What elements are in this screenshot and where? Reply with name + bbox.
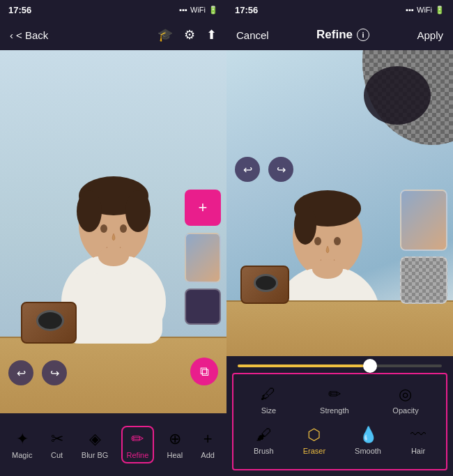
palette-row-2: 🖌 Brush ⬡ Eraser 💧 Smooth 〰 Hair xyxy=(239,423,440,458)
svg-point-10 xyxy=(364,66,431,125)
left-image-area: + xyxy=(0,50,227,413)
left-status-icons: ▪▪▪ WiFi 🔋 xyxy=(179,6,218,15)
left-panel: 17:56 ▪▪▪ WiFi 🔋 ‹ < Back 🎓 ⚙ ⬆ xyxy=(0,0,227,476)
refine-title-text: Refine xyxy=(316,28,353,42)
table-surface xyxy=(227,300,453,356)
apply-button[interactable]: Apply xyxy=(417,29,443,41)
hair-icon: 〰 xyxy=(410,426,426,444)
tool-palette: 🖊 Size ✏ Strength ◎ Opacity 🖌 Brush ⬡ Er… xyxy=(232,373,447,470)
right-layer-thumbnail-1[interactable] xyxy=(400,190,447,251)
cancel-button[interactable]: Cancel xyxy=(236,29,269,41)
magic-icon: ✦ xyxy=(16,430,29,448)
heal-icon: ⊕ xyxy=(169,430,181,448)
palette-eraser[interactable]: ⬡ Eraser xyxy=(298,423,331,458)
cut-icon: ✂ xyxy=(51,430,63,448)
hair-cutout xyxy=(362,64,432,127)
opacity-icon: ◎ xyxy=(399,385,412,404)
svg-point-6 xyxy=(100,224,107,233)
tool-heal[interactable]: ⊕ Heal xyxy=(162,426,189,463)
palette-hair[interactable]: 〰 Hair xyxy=(405,423,431,458)
layer-thumbnail-2[interactable] xyxy=(185,289,221,325)
blur-icon: ◈ xyxy=(89,430,101,448)
graduation-icon[interactable]: 🎓 xyxy=(158,27,173,43)
size-icon: 🖊 xyxy=(261,385,276,404)
right-redo-button[interactable]: ↪ xyxy=(268,157,293,182)
undo-redo-row: ↩ ↪ xyxy=(8,360,67,385)
left-bottom-toolbar: ✦ Magic ✂ Cut ◈ Blur BG ✏ Refine ⊕ Heal … xyxy=(0,413,227,476)
right-status-bar: 17:56 ▪▪▪ WiFi 🔋 xyxy=(227,0,453,20)
slider-container[interactable] xyxy=(227,356,453,367)
right-panel: 17:56 ▪▪▪ WiFi 🔋 Cancel Refine i Apply xyxy=(227,0,453,476)
top-bar-icons: 🎓 ⚙ ⬆ xyxy=(158,27,217,43)
palette-strength[interactable]: ✏ Strength xyxy=(314,383,355,417)
left-top-bar: ‹ < Back 🎓 ⚙ ⬆ xyxy=(0,20,227,50)
right-undo-redo-row: ↩ ↪ xyxy=(235,157,293,182)
eraser-icon: ⬡ xyxy=(307,426,321,444)
svg-point-4 xyxy=(77,190,102,232)
right-status-icons: ▪▪▪ WiFi 🔋 xyxy=(406,6,445,15)
svg-point-5 xyxy=(125,190,151,232)
left-status-bar: 17:56 ▪▪▪ WiFi 🔋 xyxy=(0,0,227,20)
svg-rect-1 xyxy=(65,274,162,344)
tool-magic[interactable]: ✦ Magic xyxy=(6,426,38,463)
slider-thumb[interactable] xyxy=(363,359,377,373)
redo-button[interactable]: ↪ xyxy=(42,360,67,385)
tool-blur-bg[interactable]: ◈ Blur BG xyxy=(76,426,114,463)
add-icon: + xyxy=(204,430,213,448)
tool-add[interactable]: + Add xyxy=(195,426,220,463)
svg-point-19 xyxy=(312,259,343,279)
palette-opacity[interactable]: ◎ Opacity xyxy=(387,383,424,417)
layers-button[interactable]: ⧉ xyxy=(190,358,218,385)
right-time: 17:56 xyxy=(235,5,258,15)
right-undo-button[interactable]: ↩ xyxy=(235,157,260,182)
add-layer-button[interactable]: + xyxy=(185,190,221,226)
tool-cut[interactable]: ✂ Cut xyxy=(45,426,69,463)
slider-track[interactable] xyxy=(238,364,442,367)
share-icon[interactable]: ⬆ xyxy=(206,27,217,43)
svg-point-9 xyxy=(98,247,129,266)
palette-size[interactable]: 🖊 Size xyxy=(255,383,282,417)
settings-icon[interactable]: ⚙ xyxy=(184,27,195,43)
undo-button[interactable]: ↩ xyxy=(8,360,33,385)
svg-point-16 xyxy=(314,237,321,245)
svg-point-15 xyxy=(294,206,316,245)
tool-refine[interactable]: ✏ Refine xyxy=(121,426,155,463)
svg-point-17 xyxy=(334,237,341,245)
svg-point-7 xyxy=(120,224,127,233)
palette-smooth[interactable]: 💧 Smooth xyxy=(349,423,387,458)
right-top-bar: Cancel Refine i Apply xyxy=(227,20,453,50)
slider-fill xyxy=(238,364,370,367)
refine-icon: ✏ xyxy=(131,430,144,448)
left-time: 17:56 xyxy=(8,5,31,15)
palette-row-1: 🖊 Size ✏ Strength ◎ Opacity xyxy=(239,383,440,417)
refine-title-group: Refine i xyxy=(316,28,369,42)
info-icon[interactable]: i xyxy=(357,29,369,41)
palette-brush[interactable]: 🖌 Brush xyxy=(248,423,279,458)
strength-icon: ✏ xyxy=(328,385,341,404)
radio-object xyxy=(240,266,289,304)
right-layer-thumbnail-2[interactable] xyxy=(400,256,447,304)
back-button[interactable]: ‹ < Back xyxy=(10,29,48,41)
right-image-area[interactable]: ↩ ↪ xyxy=(227,50,453,356)
brush-icon: 🖌 xyxy=(256,426,271,444)
layer-thumbnail-1[interactable] xyxy=(185,233,221,283)
smooth-icon: 💧 xyxy=(359,426,378,444)
